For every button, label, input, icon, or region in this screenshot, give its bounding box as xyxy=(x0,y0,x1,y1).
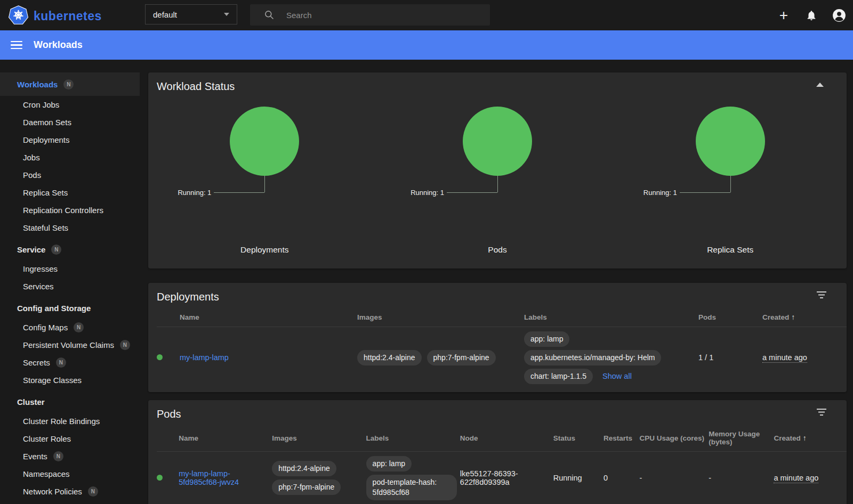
running-count-label: Running: 1 xyxy=(643,189,677,197)
show-all-link[interactable]: Show all xyxy=(602,372,632,380)
label-chip: app: lamp xyxy=(524,331,569,347)
column-name[interactable]: Name xyxy=(180,307,357,327)
sidebar-item-workloads[interactable]: Workloads N xyxy=(0,72,140,96)
column-node[interactable]: Node xyxy=(460,425,553,452)
column-created[interactable]: Created↑ xyxy=(762,307,847,327)
sidebar-item-config-maps[interactable]: Config Maps N xyxy=(0,319,140,336)
plus-icon: + xyxy=(779,8,788,23)
filter-icon[interactable] xyxy=(817,291,826,301)
namespace-selected-value: default xyxy=(153,10,224,19)
image-chip: php:7-fpm-alpine xyxy=(272,479,341,495)
sidebar-item-persistent-volume-claims[interactable]: Persistent Volume Claims N xyxy=(0,336,140,354)
sidebar-item-cluster-role-bindings[interactable]: Cluster Role Bindings xyxy=(0,412,140,430)
sidebar-item-secrets[interactable]: Secrets N xyxy=(0,354,140,371)
account-circle-icon xyxy=(832,9,846,22)
label-chip: app: lamp xyxy=(366,456,412,472)
sidebar-item-stateful-sets[interactable]: Stateful Sets xyxy=(0,219,140,237)
chevron-down-icon xyxy=(224,13,229,16)
filter-icon[interactable] xyxy=(817,409,826,418)
chart-title: Pods xyxy=(381,245,614,255)
column-status xyxy=(157,307,180,327)
column-images[interactable]: Images xyxy=(357,307,524,327)
namespace-selector[interactable]: default xyxy=(145,4,237,25)
account-button[interactable] xyxy=(825,0,853,30)
created-age: a minute ago xyxy=(762,353,807,363)
sidebar-item-daemon-sets[interactable]: Daemon Sets xyxy=(0,113,140,131)
new-badge: N xyxy=(53,451,63,461)
new-badge: N xyxy=(63,79,74,90)
node-name: lke55127-86393-622f8d09399a xyxy=(460,452,553,504)
brand-wordmark: kubernetes xyxy=(34,9,102,23)
app-bar: Workloads xyxy=(0,30,853,60)
sidebar-item-cron-jobs[interactable]: Cron Jobs xyxy=(0,96,140,113)
sidebar-item-services[interactable]: Services xyxy=(0,278,140,295)
column-images[interactable]: Images xyxy=(272,425,366,452)
callout-line xyxy=(680,192,730,193)
sidebar-item-deployments[interactable]: Deployments xyxy=(0,131,140,149)
sidebar-item-network-policies[interactable]: Network Policies N xyxy=(0,483,140,500)
collapse-card-icon[interactable] xyxy=(816,83,824,87)
new-badge: N xyxy=(74,322,84,332)
search-icon xyxy=(264,10,275,20)
new-badge: N xyxy=(88,486,98,497)
pod-name-link[interactable]: my-lamp-lamp-5fd985cf68-jwvz4 xyxy=(179,469,239,486)
pod-cpu: - xyxy=(640,452,709,504)
sidebar-item-ingresses[interactable]: Ingresses xyxy=(0,260,140,278)
pod-status: Running xyxy=(553,452,603,504)
top-bar: kubernetes default + xyxy=(0,0,853,30)
page-title: Workloads xyxy=(34,39,83,51)
main-content: Workload Status Running: 1 Deployments R… xyxy=(140,60,853,504)
column-name[interactable]: Name xyxy=(179,425,272,452)
sort-ascending-icon: ↑ xyxy=(803,434,807,442)
column-restarts[interactable]: Restarts xyxy=(603,425,639,452)
column-labels[interactable]: Labels xyxy=(524,307,698,327)
column-memory[interactable]: Memory Usage (bytes) xyxy=(709,425,774,452)
callout-line xyxy=(447,192,497,193)
search-input[interactable] xyxy=(286,11,462,20)
sidebar-item-events[interactable]: Events N xyxy=(0,448,140,465)
sidebar-item-cluster-roles[interactable]: Cluster Roles xyxy=(0,430,140,448)
new-badge: N xyxy=(56,357,66,368)
image-chip: httpd:2.4-alpine xyxy=(357,350,422,365)
sidebar-item-namespaces[interactable]: Namespaces xyxy=(0,465,140,483)
sidebar-item-service[interactable]: Service N xyxy=(0,239,140,260)
column-cpu[interactable]: CPU Usage (cores) xyxy=(640,425,709,452)
menu-button[interactable] xyxy=(11,39,22,52)
column-created[interactable]: Created↑ xyxy=(774,425,847,452)
callout-line xyxy=(264,176,265,192)
status-ok-dot xyxy=(157,354,163,360)
column-status-text[interactable]: Status xyxy=(553,425,603,452)
column-labels[interactable]: Labels xyxy=(366,425,460,452)
kubernetes-logo[interactable]: kubernetes xyxy=(9,5,102,27)
deployments-card: Deployments Name Images xyxy=(148,283,847,392)
sidebar-item-replica-sets[interactable]: Replica Sets xyxy=(0,184,140,201)
chart-title: Replica Sets xyxy=(614,245,847,255)
notifications-button[interactable] xyxy=(798,0,825,30)
column-pods[interactable]: Pods xyxy=(698,307,762,327)
sidebar-item-config-and-storage[interactable]: Config and Storage xyxy=(0,297,140,319)
deployments-card-title: Deployments xyxy=(148,283,847,303)
deployments-status-chart: Running: 1 Deployments xyxy=(148,93,381,263)
sidebar-item-pods[interactable]: Pods xyxy=(0,166,140,184)
label-chip: app.kubernetes.io/managed-by: Helm xyxy=(524,350,661,365)
search-bar[interactable] xyxy=(250,4,490,26)
pods-card: Pods Name Images xyxy=(148,400,847,504)
kubernetes-helm-icon xyxy=(9,5,28,27)
replica-sets-status-chart: Running: 1 Replica Sets xyxy=(614,93,847,263)
deployment-name-link[interactable]: my-lamp-lamp xyxy=(180,353,229,362)
sidebar: Workloads N Cron Jobs Daemon Sets Deploy… xyxy=(0,60,140,504)
callout-line xyxy=(214,192,264,193)
column-status xyxy=(157,425,179,452)
deployments-table: Name Images Labels Pods Created↑ my-lamp… xyxy=(157,307,847,388)
running-count-label: Running: 1 xyxy=(178,189,211,197)
callout-line xyxy=(497,176,498,192)
sidebar-item-storage-classes[interactable]: Storage Classes xyxy=(0,371,140,389)
pie-running-segment xyxy=(463,107,532,176)
sidebar-item-replication-controllers[interactable]: Replication Controllers xyxy=(0,201,140,219)
sidebar-item-jobs[interactable]: Jobs xyxy=(0,149,140,166)
create-resource-button[interactable]: + xyxy=(770,0,798,30)
pods-status-chart: Running: 1 Pods xyxy=(381,93,614,263)
bell-icon xyxy=(806,10,817,21)
pods-card-title: Pods xyxy=(148,400,847,420)
sidebar-item-cluster[interactable]: Cluster xyxy=(0,391,140,412)
